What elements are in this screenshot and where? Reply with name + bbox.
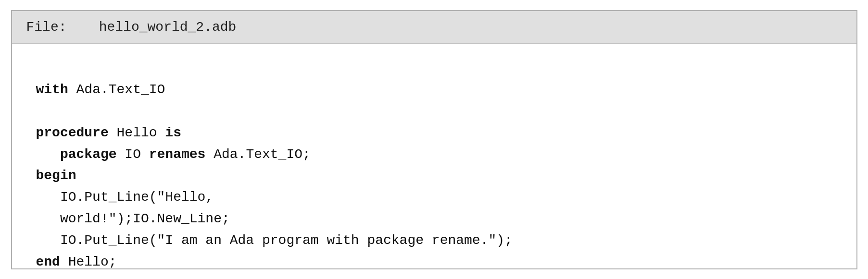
kw-renames: renames	[149, 147, 206, 162]
code-area: with Ada.Text_IO procedure Hello is pack…	[12, 44, 856, 268]
line-put1: IO.Put_Line("Hello,	[36, 187, 832, 208]
main-container: File: hello_world_2.adb with Ada.Text_IO…	[11, 10, 857, 269]
line-procedure: procedure Hello is	[36, 122, 832, 144]
line-blank-1	[36, 58, 832, 80]
file-label: File:	[26, 20, 67, 35]
line-put2: world!");IO.New_Line;	[36, 208, 832, 230]
kw-end: end	[36, 255, 60, 268]
line-end: end Hello;	[36, 252, 832, 268]
line-with: with Ada.Text_IO	[36, 79, 832, 101]
kw-package: package	[60, 147, 117, 162]
kw-with: with	[36, 82, 68, 97]
file-header: File: hello_world_2.adb	[12, 11, 856, 44]
line-blank-2	[36, 101, 832, 122]
filename: hello_world_2.adb	[99, 20, 237, 35]
kw-begin: begin	[36, 168, 76, 183]
line-put3: IO.Put_Line("I am an Ada program with pa…	[36, 230, 832, 252]
kw-is: is	[165, 125, 181, 140]
line-begin: begin	[36, 165, 832, 187]
kw-procedure: procedure	[36, 125, 109, 140]
line-package: package IO renames Ada.Text_IO;	[36, 144, 832, 166]
